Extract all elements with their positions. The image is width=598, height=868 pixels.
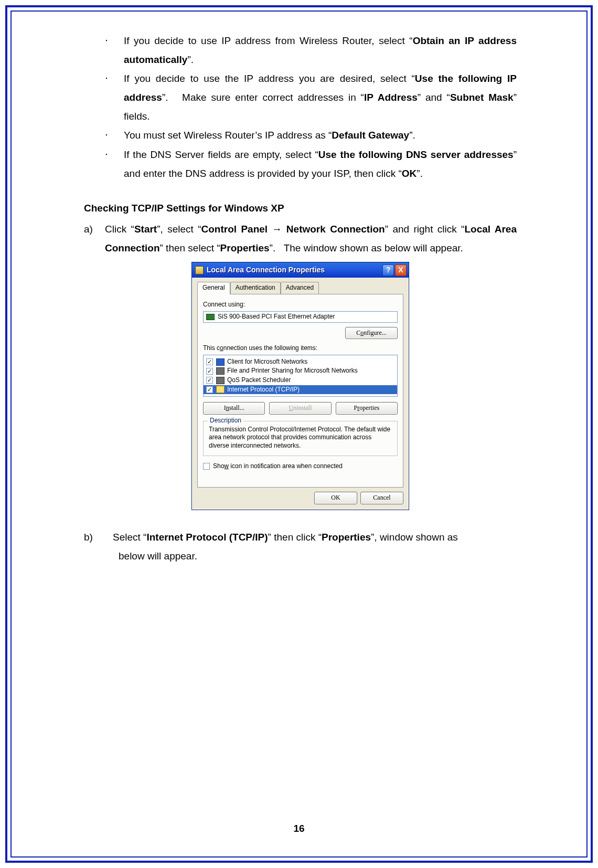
dialog-titlebar[interactable]: Local Area Connection Properties ? X [192,262,409,278]
text: ” and “ [418,92,450,103]
step-b: b) Select “Internet Protocol (TCP/IP)” t… [84,528,517,547]
text-bold: Properties [220,242,270,253]
tab-authentication[interactable]: Authentication [230,282,281,294]
checkbox-icon[interactable] [206,358,213,365]
text: If you decide to use IP address from Wir… [124,35,413,46]
connection-items-list[interactable]: Client for Microsoft Networks File and P… [203,355,398,397]
checkbox-icon[interactable] [206,377,213,384]
service-icon [216,377,225,384]
network-icon [195,266,204,274]
checkbox-icon[interactable] [206,386,213,393]
properties-button[interactable]: Properties [336,402,398,415]
text: icon in notification area when connected [229,462,343,470]
items-label: This connection uses the following items… [203,344,398,353]
text: If you decide to use the IP address you … [124,73,415,84]
text-bold: Subnet Mask [450,92,514,103]
bullet-text: If you decide to use IP address from Wir… [124,31,517,69]
tab-advanced[interactable]: Advanced [281,282,319,294]
item-label: Internet Protocol (TCP/IP) [227,386,300,394]
text: ” then click “ [268,532,322,543]
text-bold: Start [134,224,157,235]
list-item[interactable]: Client for Microsoft Networks [204,357,397,367]
section-heading: Checking TCP/IP Settings for Windows XP [84,199,517,218]
text-bold: IP Address [364,92,418,103]
text-bold: Properties [322,532,371,543]
checkbox-icon[interactable] [203,463,210,470]
connect-using-label: Connect using: [203,301,398,309]
client-icon [216,358,225,366]
text: operties [359,404,379,411]
text: If the DNS Server fields are empty, sele… [124,149,318,160]
step-label: b) [84,528,113,547]
text: ”, window shown as [371,532,458,543]
tab-general[interactable]: General [197,282,230,294]
tab-pane-general: Connect using: SiS 900-Based PCI Fast Et… [197,294,403,488]
text: Click “ [105,224,134,235]
step-a: a) Click “Start”, select “Control Panel … [84,220,517,258]
tab-row: General Authentication Advanced [197,282,403,294]
text: ” then select “ [160,242,220,253]
show-icon-label: Show icon in notification area when conn… [213,462,343,471]
text: ninstall [293,404,312,411]
item-buttons-row: Install... Uninstall Properties [203,402,398,415]
adapter-field[interactable]: SiS 900-Based PCI Fast Ethernet Adapter [203,311,398,323]
ok-button[interactable]: OK [314,492,357,504]
show-icon-row[interactable]: Show icon in notification area when conn… [203,462,398,471]
text: o [220,344,223,352]
description-text: Transmission Control Protocol/Internet P… [209,426,392,450]
bullet-text: If you decide to use the IP address you … [124,69,517,126]
list-item[interactable]: QoS Packet Scheduler [204,376,397,385]
text: ”. [417,168,423,179]
cancel-button[interactable]: Cancel [360,492,403,504]
text: This c [203,344,220,352]
checkbox-icon[interactable] [206,368,213,375]
text: ”. [409,130,415,141]
configure-button[interactable]: Configure... [345,327,398,340]
bullet-item: ‧ If the DNS Server fields are empty, se… [105,145,517,183]
text: ” and right click “ [385,224,465,235]
text: ”. [187,54,194,65]
text: nnection uses the following items: [223,344,317,352]
bullet-glyph: ‧ [105,69,124,126]
bullet-item: ‧ If you decide to use the IP address yo… [105,69,517,126]
step-text: Select “Internet Protocol (TCP/IP)” then… [113,528,517,547]
text: ”, select “ [157,224,201,235]
list-item[interactable]: File and Printer Sharing for Microsoft N… [204,366,397,376]
step-label: a) [84,220,105,258]
text-bold: Control Panel [201,224,272,235]
page-number: 16 [0,823,598,834]
text-bold: Network Connection [282,224,385,235]
text: You must set Wireless Router’s IP addres… [124,130,332,141]
close-button[interactable]: X [395,264,407,276]
description-groupbox: Description Transmission Control Protoco… [203,421,398,456]
protocol-icon [216,386,225,393]
arrow-icon: → [272,224,282,235]
item-label: File and Printer Sharing for Microsoft N… [227,367,358,375]
text: Sho [213,462,224,470]
bullet-item: ‧ You must set Wireless Router’s IP addr… [105,126,517,145]
item-label: QoS Packet Scheduler [227,376,291,385]
list-item-selected[interactable]: Internet Protocol (TCP/IP) [204,385,397,395]
dialog-body: General Authentication Advanced Connect … [192,278,409,488]
text-bold: Use the following DNS server addresses [318,149,514,160]
text: C [356,329,360,336]
service-icon [216,367,225,375]
text-bold: OK [402,168,417,179]
dialog-title: Local Area Connection Properties [207,265,381,274]
text: U [289,404,293,411]
text: ”. The window shown as below will appear… [270,242,463,253]
document-content: ‧ If you decide to use IP address from W… [84,31,517,566]
xp-properties-dialog: Local Area Connection Properties ? X Gen… [191,262,409,510]
bullet-item: ‧ If you decide to use IP address from W… [105,31,517,69]
help-button[interactable]: ? [382,264,394,276]
bullet-text: If the DNS Server fields are empty, sele… [124,145,517,183]
nic-icon [206,314,215,320]
install-button[interactable]: Install... [203,402,265,415]
text: ”. Make sure enter correct addresses in … [162,92,364,103]
text: Select “ [113,532,146,543]
step-text: Click “Start”, select “Control Panel → N… [105,220,517,258]
item-label: Client for Microsoft Networks [227,358,307,366]
bullet-text: You must set Wireless Router’s IP addres… [124,126,517,145]
bullet-glyph: ‧ [105,126,124,145]
text-bold: Default Gateway [332,130,409,141]
